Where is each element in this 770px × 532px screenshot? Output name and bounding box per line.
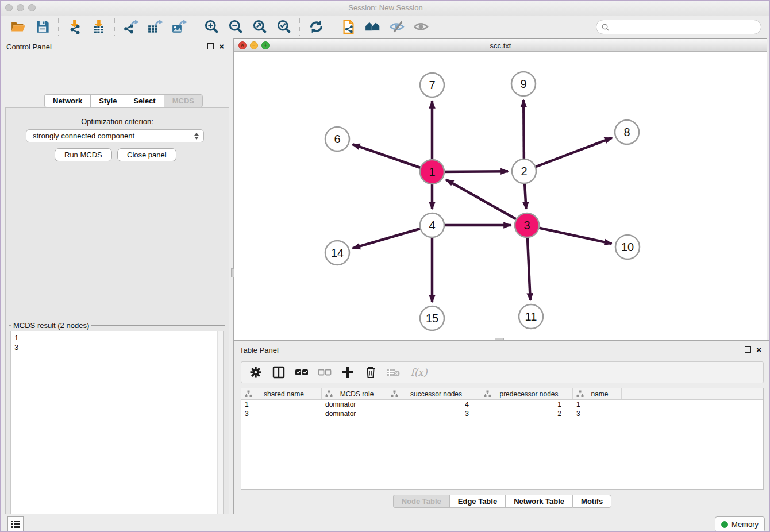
mcds-result-text[interactable]: 13 bbox=[10, 331, 224, 532]
node-table-header: shared nameMCDS rolesuccessor nodesprede… bbox=[241, 388, 763, 400]
new-network-from-selection-button[interactable] bbox=[336, 17, 360, 37]
search-input[interactable] bbox=[612, 22, 758, 32]
hide-selected-button[interactable] bbox=[384, 17, 409, 37]
table-toolbar: f(x) bbox=[241, 361, 764, 383]
graph-node-4[interactable]: 4 bbox=[420, 213, 444, 237]
mcds-result-group: MCDS result (2 nodes) 13 bbox=[9, 321, 225, 532]
toolbar-separator bbox=[299, 18, 301, 36]
deselect-all-button[interactable] bbox=[317, 365, 332, 380]
open-session-icon bbox=[11, 19, 26, 34]
close-panel-button[interactable]: Close panel bbox=[117, 148, 176, 161]
close-panel-icon[interactable]: × bbox=[219, 44, 224, 49]
table-cell: 4 bbox=[387, 400, 480, 409]
tab-style[interactable]: Style bbox=[90, 94, 125, 107]
tab-node-table[interactable]: Node Table bbox=[393, 495, 449, 508]
column-header-name[interactable]: name bbox=[573, 388, 622, 399]
zoom-selected-button[interactable] bbox=[272, 17, 296, 37]
network-graph-canvas[interactable]: 7968124314101511 bbox=[234, 52, 767, 340]
node-label: 2 bbox=[521, 165, 527, 178]
import-network-button[interactable] bbox=[63, 17, 87, 37]
zoom-out-button[interactable] bbox=[224, 17, 248, 37]
tab-network-table[interactable]: Network Table bbox=[505, 495, 572, 508]
delete-column-button[interactable] bbox=[363, 365, 378, 380]
graph-edge-3-10[interactable] bbox=[527, 225, 612, 244]
column-header-predecessor-nodes[interactable]: predecessor nodes bbox=[480, 388, 573, 399]
export-network-button[interactable] bbox=[119, 17, 143, 37]
tab-network[interactable]: Network bbox=[44, 94, 90, 107]
table-row[interactable]: 1dominator411 bbox=[241, 400, 763, 409]
refresh-view-icon bbox=[309, 19, 324, 34]
table-cell: 3 bbox=[241, 409, 322, 418]
export-image-icon bbox=[172, 19, 187, 34]
zoom-fit-button[interactable] bbox=[248, 17, 272, 37]
select-all-icon bbox=[295, 365, 309, 379]
graph-node-6[interactable]: 6 bbox=[325, 127, 349, 151]
tab-motifs[interactable]: Motifs bbox=[572, 495, 611, 508]
graph-node-2[interactable]: 2 bbox=[512, 159, 536, 183]
table-panel-tabs: Node TableEdge TableNetwork TableMotifs bbox=[234, 495, 770, 508]
show-all-button[interactable] bbox=[409, 17, 433, 37]
first-neighbors-button[interactable] bbox=[360, 17, 384, 37]
table-settings-button[interactable] bbox=[248, 365, 263, 380]
tab-select[interactable]: Select bbox=[125, 94, 163, 107]
network-view-window: × − + scc.txt 7968124314101511 bbox=[234, 38, 767, 340]
column-header-shared-name[interactable]: shared name bbox=[241, 388, 322, 399]
network-window-titlebar: × − + scc.txt bbox=[234, 39, 767, 52]
table-row[interactable]: 3dominator323 bbox=[241, 409, 763, 418]
graph-node-10[interactable]: 10 bbox=[615, 235, 640, 259]
table-cell: dominator bbox=[322, 409, 387, 418]
graph-node-11[interactable]: 11 bbox=[519, 304, 543, 329]
table-panel: Table Panel × f(x) shared nameMCDS roles… bbox=[234, 340, 770, 514]
export-image-button[interactable] bbox=[167, 17, 191, 37]
show-all-icon bbox=[413, 19, 429, 34]
save-session-icon bbox=[35, 19, 51, 34]
zoom-in-icon bbox=[204, 19, 220, 34]
table-settings-icon bbox=[249, 365, 263, 379]
graph-node-1[interactable]: 1 bbox=[420, 160, 444, 184]
zoom-in-button[interactable] bbox=[199, 17, 224, 37]
column-header-MCDS-role[interactable]: MCDS role bbox=[322, 388, 387, 399]
float-table-panel-icon[interactable] bbox=[745, 346, 751, 353]
window-title: Session: New Session bbox=[1, 3, 770, 12]
node-table: shared nameMCDS rolesuccessor nodesprede… bbox=[241, 388, 764, 490]
function-builder-button: f(x) bbox=[409, 365, 429, 380]
table-cell: 3 bbox=[387, 409, 480, 418]
graph-node-8[interactable]: 8 bbox=[615, 120, 639, 144]
result-scrollbar[interactable] bbox=[217, 331, 223, 532]
graph-edge-3-1[interactable] bbox=[446, 180, 527, 225]
tab-mcds[interactable]: MCDS bbox=[164, 94, 203, 107]
save-session-button[interactable] bbox=[30, 17, 55, 37]
refresh-view-button[interactable] bbox=[304, 17, 328, 37]
column-tree-icon bbox=[484, 390, 491, 398]
toolbar-separator bbox=[58, 18, 59, 36]
add-column-button[interactable] bbox=[340, 365, 355, 380]
node-label: 15 bbox=[426, 312, 438, 325]
task-history-button[interactable] bbox=[7, 516, 24, 532]
select-all-button[interactable] bbox=[294, 365, 309, 380]
export-table-button[interactable] bbox=[143, 17, 167, 37]
graph-node-14[interactable]: 14 bbox=[325, 241, 349, 265]
split-panel-button[interactable] bbox=[271, 365, 286, 380]
column-label: name bbox=[584, 390, 621, 398]
criterion-dropdown[interactable]: strongly connected component bbox=[26, 129, 204, 142]
column-header-successor-nodes[interactable]: successor nodes bbox=[387, 388, 480, 399]
graph-node-7[interactable]: 7 bbox=[420, 73, 444, 97]
float-panel-icon[interactable] bbox=[207, 43, 214, 49]
import-table-button[interactable] bbox=[87, 17, 111, 37]
new-network-from-selection-icon bbox=[341, 19, 356, 34]
search-field[interactable] bbox=[596, 20, 761, 34]
open-session-button[interactable] bbox=[6, 17, 30, 37]
optimization-criterion-label: Optimization criterion: bbox=[1, 117, 234, 126]
control-panel-title: Control Panel bbox=[6, 43, 52, 51]
node-label: 7 bbox=[429, 79, 435, 91]
memory-button[interactable]: Memory bbox=[715, 516, 765, 532]
run-mcds-button[interactable]: Run MCDS bbox=[55, 148, 112, 161]
graph-edge-2-8[interactable] bbox=[524, 138, 612, 171]
graph-node-3[interactable]: 3 bbox=[515, 213, 539, 237]
window-titlebar: Session: New Session bbox=[1, 1, 770, 16]
close-table-panel-icon[interactable]: × bbox=[756, 347, 761, 352]
tab-edge-table[interactable]: Edge Table bbox=[449, 495, 505, 508]
table-panel-controls: × bbox=[745, 346, 761, 353]
graph-node-15[interactable]: 15 bbox=[420, 306, 444, 330]
graph-node-9[interactable]: 9 bbox=[511, 72, 536, 96]
